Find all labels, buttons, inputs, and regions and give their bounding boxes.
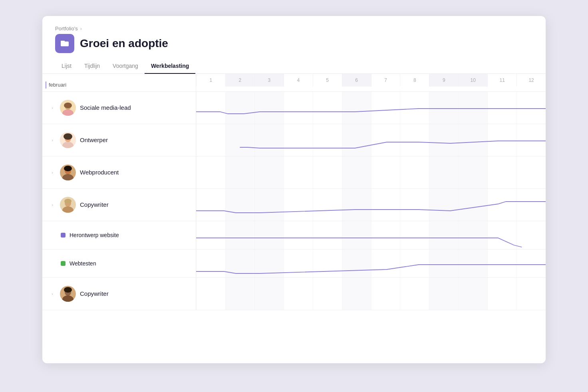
- line-sociale: [196, 92, 546, 124]
- row-left-copywriter1: › Copywriter: [42, 189, 196, 221]
- row-copywriter-2: › Copywriter: [42, 278, 546, 310]
- chart-herontwerp: [196, 221, 546, 249]
- row-sociale-media-lead: › Sociale media-lead: [42, 92, 546, 124]
- chart-sociale: [196, 92, 546, 124]
- svg-point-19: [64, 199, 72, 204]
- name-copywriter1: Copywriter: [80, 201, 109, 208]
- chart-webproducent: [196, 156, 546, 188]
- month-indicator: [46, 81, 46, 89]
- expand-sociale[interactable]: ›: [49, 104, 56, 111]
- dot-webtesten: [61, 261, 66, 266]
- svg-point-23: [64, 287, 72, 293]
- avatar-sociale: [60, 100, 76, 116]
- svg-rect-3: [63, 43, 64, 46]
- week-12: 12: [516, 74, 546, 87]
- line-webtesten: [196, 249, 546, 277]
- line-copywriter1: [196, 189, 546, 221]
- svg-point-7: [64, 103, 72, 108]
- row-ontwerper: › Ontwerper: [42, 124, 546, 156]
- chart-webtesten: [196, 249, 546, 277]
- week-bg-copywriter2: [196, 278, 546, 310]
- week-10: 10: [458, 74, 487, 87]
- week-6: 6: [342, 74, 371, 87]
- svg-point-15: [64, 166, 72, 171]
- week-5: 5: [313, 74, 342, 87]
- week-7: 7: [371, 74, 400, 87]
- page-header: Portfolio's › Groei en adoptie Lijst Tij…: [42, 16, 546, 74]
- expand-webproducent[interactable]: ›: [49, 169, 56, 176]
- month-label: februari: [49, 82, 66, 88]
- week-3: 3: [254, 74, 284, 87]
- right-panel-header: 1 2 3 4 5 6 7 8 9 10 11 12: [196, 74, 546, 91]
- row-left-herontwerp: Herontwerp website: [42, 221, 196, 249]
- main-window: Portfolio's › Groei en adoptie Lijst Tij…: [42, 16, 546, 363]
- chart-copywriter2: [196, 278, 546, 310]
- content-area: februari 1 2 3 4 5 6 7 8 9 10 11 12: [42, 74, 546, 310]
- breadcrumb: Portfolio's ›: [55, 26, 533, 32]
- week-numbers: 1 2 3 4 5 6 7 8 9 10 11 12: [196, 74, 546, 87]
- name-sociale: Sociale media-lead: [80, 104, 131, 111]
- tab-werkbelasting[interactable]: Werkbelasting: [145, 59, 195, 74]
- month-label-row: februari: [42, 79, 196, 91]
- week-8: 8: [400, 74, 429, 87]
- row-webproducent: › Webproducent: [42, 156, 546, 189]
- name-ontwerper: Ontwerper: [80, 137, 108, 143]
- avatar-ontwerper: [60, 132, 76, 148]
- name-webtesten: Webtesten: [70, 260, 96, 267]
- line-herontwerp: [196, 221, 546, 249]
- breadcrumb-label[interactable]: Portfolio's: [55, 26, 78, 32]
- title-row: Groei en adoptie: [55, 34, 533, 53]
- chart-copywriter1: [196, 189, 546, 221]
- week-9: 9: [429, 74, 458, 87]
- week-4: 4: [284, 74, 313, 87]
- expand-ontwerper[interactable]: ›: [49, 137, 56, 144]
- week-1: 1: [196, 74, 225, 87]
- left-panel-header: februari: [42, 74, 196, 91]
- row-copywriter-1: › Copywriter: [42, 189, 546, 221]
- row-left-copywriter2: › Copywriter: [42, 278, 196, 310]
- dot-herontwerp: [61, 233, 66, 238]
- tab-lijst[interactable]: Lijst: [55, 59, 78, 74]
- avatar-webproducent: [60, 164, 76, 180]
- page-title: Groei en adoptie: [80, 37, 168, 50]
- tabs-bar: Lijst Tijdlijn Voortgang Werkbelasting: [42, 59, 546, 74]
- tab-voortgang[interactable]: Voortgang: [106, 59, 145, 74]
- svg-rect-2: [62, 43, 62, 45]
- avatar-copywriter1: [60, 197, 76, 213]
- name-copywriter2: Copywriter: [80, 290, 109, 297]
- timeline-header: februari 1 2 3 4 5 6 7 8 9 10 11 12: [42, 74, 546, 92]
- week-2: 2: [225, 74, 254, 87]
- chart-ontwerper: [196, 124, 546, 156]
- breadcrumb-chevron: ›: [80, 26, 82, 32]
- line-ontwerper: [196, 124, 546, 156]
- tab-tijdlijn[interactable]: Tijdlijn: [78, 59, 106, 74]
- name-webproducent: Webproducent: [80, 169, 119, 176]
- svg-rect-4: [65, 43, 66, 44]
- svg-point-11: [64, 133, 72, 140]
- week-bg-webproducent: [196, 156, 546, 188]
- expand-copywriter2[interactable]: ›: [49, 290, 56, 297]
- row-webtesten: Webtesten: [42, 249, 546, 278]
- week-11: 11: [487, 74, 516, 87]
- row-left-webtesten: Webtesten: [42, 249, 196, 277]
- avatar-copywriter2: [60, 286, 76, 302]
- row-herontwerp: Herontwerp website: [42, 221, 546, 249]
- name-herontwerp: Herontwerp website: [70, 232, 119, 238]
- folder-icon: [55, 34, 74, 53]
- expand-copywriter1[interactable]: ›: [49, 201, 56, 208]
- row-left-webproducent: › Webproducent: [42, 156, 196, 188]
- row-left-sociale: › Sociale media-lead: [42, 92, 196, 124]
- row-left-ontwerper: › Ontwerper: [42, 124, 196, 156]
